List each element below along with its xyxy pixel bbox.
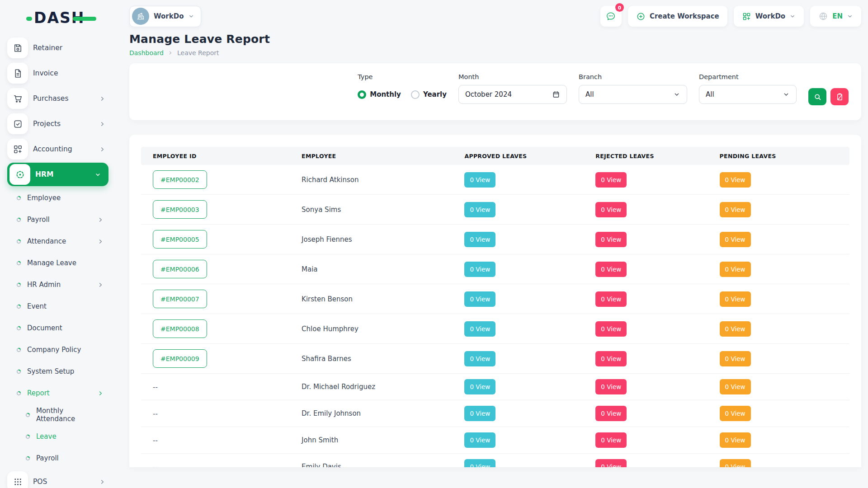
sidebar-item-pos[interactable]: POS <box>0 469 114 488</box>
department-label: Department <box>699 73 797 80</box>
sidebar-item-label: HR Admin <box>27 281 97 289</box>
pending-view-badge[interactable]: 0 View <box>720 202 751 217</box>
approved-view-badge[interactable]: 0 View <box>464 459 495 467</box>
rejected-view-badge[interactable]: 0 View <box>595 232 627 247</box>
sidebar-item-manage-leave[interactable]: Manage Leave <box>0 252 114 274</box>
rejected-view-badge[interactable]: 0 View <box>595 262 627 277</box>
pending-view-badge[interactable]: 0 View <box>720 232 751 247</box>
rejected-leaves-cell: 0 View <box>584 197 708 223</box>
sidebar-item-company-policy[interactable]: Company Policy <box>0 339 114 361</box>
sidebar-item-leave[interactable]: Leave <box>0 426 114 447</box>
chevron-down-icon <box>789 13 796 19</box>
rejected-view-badge[interactable]: 0 View <box>595 321 627 337</box>
rejected-view-badge[interactable]: 0 View <box>595 406 627 421</box>
sidebar-item-payroll[interactable]: Payroll <box>0 447 114 469</box>
create-workspace-button[interactable]: Create Workspace <box>628 6 727 27</box>
month-input[interactable]: October 2024 <box>458 85 567 104</box>
employee-id-button[interactable]: #EMP00008 <box>153 319 207 338</box>
employee-id-button[interactable]: #EMP00005 <box>153 230 207 249</box>
rejected-view-badge[interactable]: 0 View <box>595 291 627 307</box>
workspace-name: WorkDo <box>154 12 184 20</box>
sidebar-item-projects[interactable]: Projects <box>0 111 114 136</box>
pending-view-badge[interactable]: 0 View <box>720 379 751 394</box>
sidebar-item-hrm[interactable]: HRM <box>7 163 108 186</box>
sidebar-item-hr-admin[interactable]: HR Admin <box>0 274 114 296</box>
approved-view-badge[interactable]: 0 View <box>464 321 495 337</box>
rejected-view-badge[interactable]: 0 View <box>595 202 627 217</box>
pending-view-badge[interactable]: 0 View <box>720 406 751 421</box>
clipboard-slash-icon <box>835 93 844 101</box>
approved-view-badge[interactable]: 0 View <box>464 172 495 188</box>
sidebar-item-event[interactable]: Event <box>0 296 114 317</box>
sidebar-item-label: Monthly Attendance <box>36 407 104 423</box>
pending-view-badge[interactable]: 0 View <box>720 351 751 366</box>
employee-name-cell: Emily Davis <box>290 457 453 467</box>
radio-yearly[interactable]: Yearly <box>411 90 447 99</box>
topbar-actions: 0 Create Workspace WorkDo <box>600 6 861 27</box>
pending-view-badge[interactable]: 0 View <box>720 459 751 467</box>
employee-id-button[interactable]: #EMP00006 <box>153 260 207 278</box>
pending-view-badge[interactable]: 0 View <box>720 172 751 188</box>
plus-circle-icon <box>636 12 646 21</box>
approved-view-badge[interactable]: 0 View <box>464 262 495 277</box>
approved-view-badge[interactable]: 0 View <box>464 351 495 366</box>
reset-button[interactable] <box>830 88 849 105</box>
globe-icon <box>818 11 828 21</box>
month-label: Month <box>458 73 567 80</box>
page-title: Manage Leave Report <box>129 33 861 46</box>
pending-view-badge[interactable]: 0 View <box>720 291 751 307</box>
language-selector[interactable]: EN <box>810 6 861 27</box>
sidebar-item-monthly-attendance[interactable]: Monthly Attendance <box>0 404 114 426</box>
sidebar-item-payroll[interactable]: Payroll <box>0 209 114 230</box>
sidebar-item-accounting[interactable]: Accounting <box>0 136 114 162</box>
pending-view-badge[interactable]: 0 View <box>720 321 751 337</box>
sidebar-item-document[interactable]: Document <box>0 317 114 339</box>
bullet-icon <box>25 456 31 461</box>
employee-id-cell: -- <box>141 404 290 423</box>
chevron-right-icon <box>97 216 104 223</box>
department-select[interactable]: All <box>699 85 797 104</box>
sidebar-item-attendance[interactable]: Attendance <box>0 230 114 252</box>
create-workspace-label: Create Workspace <box>650 12 719 20</box>
employee-id-cell: #EMP00008 <box>141 314 290 343</box>
workspace-selector[interactable]: WorkDo <box>129 6 201 27</box>
sidebar-item-system-setup[interactable]: System Setup <box>0 361 114 382</box>
sidebar: DASH RetainerInvoicePurchasesProjectsAcc… <box>0 0 114 488</box>
rejected-view-badge[interactable]: 0 View <box>595 379 627 394</box>
approved-view-badge[interactable]: 0 View <box>464 406 495 421</box>
col-approved-leaves: Approved Leaves <box>453 153 584 160</box>
pending-leaves-cell: 0 View <box>708 427 849 453</box>
app-switcher-button[interactable]: WorkDo <box>734 6 804 27</box>
rejected-leaves-cell: 0 View <box>584 346 708 372</box>
brand-logo[interactable]: DASH <box>0 0 114 35</box>
search-button[interactable] <box>808 88 826 105</box>
sidebar-item-report[interactable]: Report <box>0 382 114 404</box>
approved-view-badge[interactable]: 0 View <box>464 232 495 247</box>
approved-view-badge[interactable]: 0 View <box>464 202 495 217</box>
sidebar-item-invoice[interactable]: Invoice <box>0 61 114 86</box>
notifications-button[interactable]: 0 <box>600 6 622 27</box>
approved-leaves-cell: 0 View <box>453 256 584 282</box>
sidebar-item-purchases[interactable]: Purchases <box>0 86 114 111</box>
employee-id-button[interactable]: #EMP00007 <box>153 290 207 308</box>
radio-monthly[interactable]: Monthly <box>358 90 401 99</box>
pending-view-badge[interactable]: 0 View <box>720 432 751 448</box>
pending-view-badge[interactable]: 0 View <box>720 262 751 277</box>
rejected-view-badge[interactable]: 0 View <box>595 351 627 366</box>
breadcrumb-dashboard-link[interactable]: Dashboard <box>129 49 164 56</box>
rejected-leaves-cell: 0 View <box>584 400 708 427</box>
sidebar-item-retainer[interactable]: Retainer <box>0 35 114 61</box>
employee-id-button[interactable]: #EMP00009 <box>153 349 207 368</box>
employee-id-button[interactable]: #EMP00002 <box>153 170 207 189</box>
branch-select[interactable]: All <box>579 85 687 104</box>
rejected-view-badge[interactable]: 0 View <box>595 459 627 467</box>
approved-leaves-cell: 0 View <box>453 454 584 467</box>
approved-view-badge[interactable]: 0 View <box>464 432 495 448</box>
approved-view-badge[interactable]: 0 View <box>464 291 495 307</box>
approved-view-badge[interactable]: 0 View <box>464 379 495 394</box>
rejected-view-badge[interactable]: 0 View <box>595 432 627 448</box>
employee-id-button[interactable]: #EMP00003 <box>153 200 207 219</box>
sidebar-item-employee[interactable]: Employee <box>0 187 114 209</box>
month-filter-group: Month October 2024 <box>458 73 567 104</box>
rejected-view-badge[interactable]: 0 View <box>595 172 627 188</box>
